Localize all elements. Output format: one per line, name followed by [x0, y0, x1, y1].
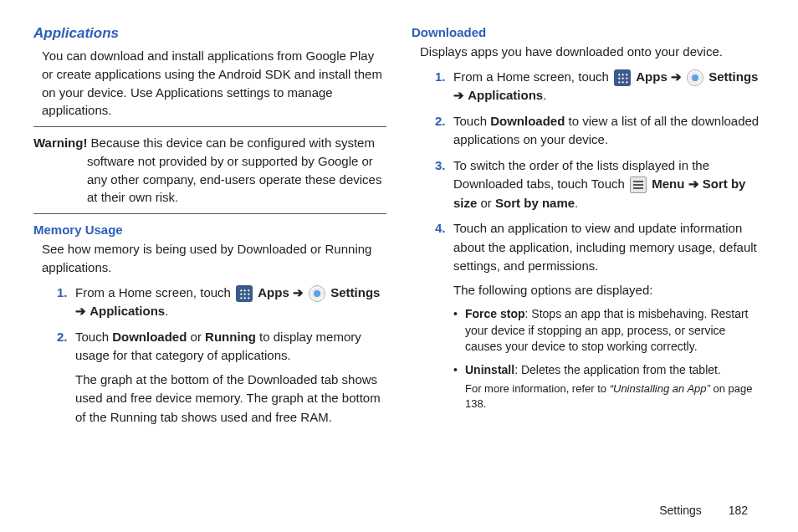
- applications-intro: You can download and install application…: [42, 47, 386, 120]
- step-number: 2.: [57, 328, 68, 347]
- step-number: 1.: [435, 68, 446, 87]
- list-item: Force stop: Stops an app that is misbeha…: [453, 306, 765, 356]
- menu-label: Menu: [652, 176, 684, 191]
- menu-icon: [630, 176, 647, 193]
- list-item: Uninstall: Deletes the application from …: [453, 362, 765, 412]
- apps-label: Apps: [636, 69, 668, 84]
- step-number: 4.: [435, 219, 446, 238]
- arrow-icon: ➔: [671, 69, 682, 84]
- list-item: 2. Touch Downloaded or Running to displa…: [57, 328, 386, 427]
- arrow-icon: ➔: [293, 285, 304, 299]
- settings-icon: [687, 69, 703, 86]
- list-item: 2. Touch Downloaded to view a list of al…: [435, 112, 765, 150]
- step-number: 2.: [435, 112, 446, 131]
- list-item: 1. From a Home screen, touch Apps ➔ Sett…: [435, 68, 765, 105]
- page-footer: Settings 182: [659, 504, 748, 517]
- apps-icon: [236, 285, 253, 302]
- heading-downloaded: Downloaded: [412, 25, 765, 39]
- left-column: Applications You can download and instal…: [33, 25, 386, 433]
- footer-section: Settings: [659, 504, 702, 517]
- step-number: 1.: [57, 284, 68, 303]
- step-subtext: The following options are displayed:: [453, 281, 765, 300]
- warning-block: Warning! Because this device can be conf…: [33, 126, 386, 214]
- apps-icon: [614, 69, 631, 86]
- right-column: Downloaded Displays apps you have downlo…: [412, 25, 765, 433]
- settings-icon: [309, 285, 325, 302]
- applications-label: Applications: [90, 304, 165, 318]
- list-item: 4. Touch an application to view and upda…: [435, 219, 765, 299]
- applications-label: Applications: [468, 88, 543, 102]
- options-list: Force stop: Stops an app that is misbeha…: [453, 306, 765, 412]
- downloaded-steps: 1. From a Home screen, touch Apps ➔ Sett…: [435, 68, 765, 300]
- downloaded-intro: Displays apps you have downloaded onto y…: [420, 43, 765, 61]
- step-subtext: The graph at the bottom of the Downloade…: [75, 371, 386, 427]
- apps-label: Apps: [258, 285, 289, 299]
- memory-usage-steps: 1. From a Home screen, touch Apps ➔ Sett…: [57, 284, 386, 427]
- warning-text: Because this device can be configured wi…: [87, 136, 381, 204]
- memory-usage-intro: See how memory is being used by Download…: [42, 240, 386, 277]
- list-item: 3. To switch the order of the lists disp…: [435, 156, 765, 213]
- arrow-icon: ➔: [688, 176, 699, 191]
- list-item: 1. From a Home screen, touch Apps ➔ Sett…: [57, 284, 386, 321]
- arrow-icon: ➔: [453, 88, 464, 102]
- heading-applications: Applications: [33, 25, 386, 42]
- page-number: 182: [729, 504, 748, 517]
- settings-label: Settings: [708, 69, 758, 84]
- bullet-subtext: For more information, refer to “Uninstal…: [465, 381, 765, 412]
- arrow-icon: ➔: [75, 304, 86, 318]
- settings-label: Settings: [330, 285, 380, 299]
- warning-label: Warning!: [33, 136, 87, 150]
- step-number: 3.: [435, 156, 446, 176]
- heading-memory-usage: Memory Usage: [33, 223, 386, 237]
